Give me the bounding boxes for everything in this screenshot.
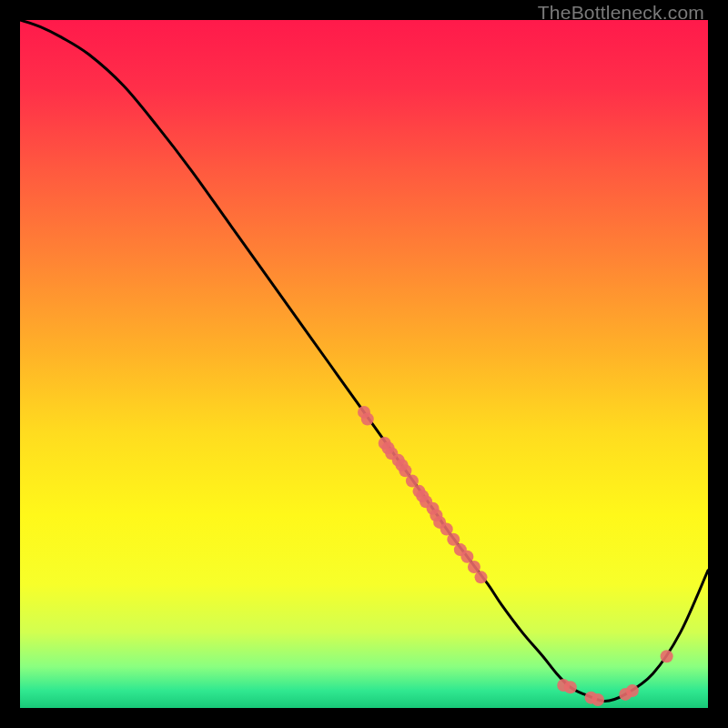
bottleneck-chart [20, 20, 708, 708]
data-marker [661, 650, 673, 662]
data-marker [475, 571, 488, 583]
data-marker [592, 693, 604, 706]
gradient-background [20, 20, 708, 708]
data-marker [361, 412, 374, 425]
chart-frame [20, 20, 708, 708]
data-marker [626, 684, 639, 697]
data-marker [564, 681, 577, 693]
